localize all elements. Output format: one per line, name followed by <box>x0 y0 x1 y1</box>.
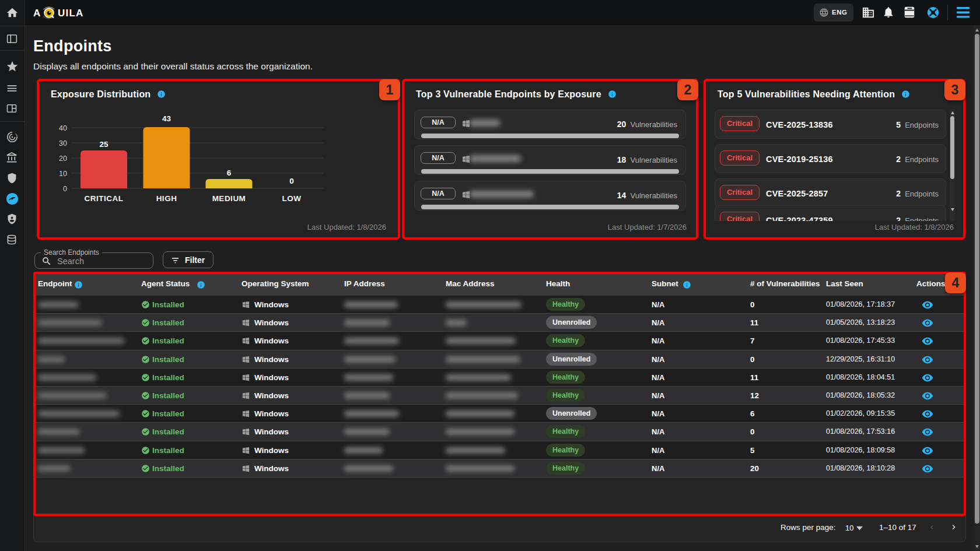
svg-text:40: 40 <box>59 124 67 132</box>
svg-text:0: 0 <box>63 185 67 193</box>
svg-text:25: 25 <box>99 140 108 149</box>
svg-text:43: 43 <box>162 114 172 123</box>
svg-text:10: 10 <box>59 170 67 178</box>
svg-text:20: 20 <box>59 155 67 163</box>
svg-text:30: 30 <box>59 139 67 148</box>
svg-text:LOW: LOW <box>282 194 302 203</box>
svg-text:6: 6 <box>227 169 232 177</box>
svg-text:CRITICAL: CRITICAL <box>85 194 124 203</box>
svg-text:HIGH: HIGH <box>156 194 177 203</box>
svg-text:MEDIUM: MEDIUM <box>212 194 246 203</box>
svg-text:0: 0 <box>289 177 294 185</box>
